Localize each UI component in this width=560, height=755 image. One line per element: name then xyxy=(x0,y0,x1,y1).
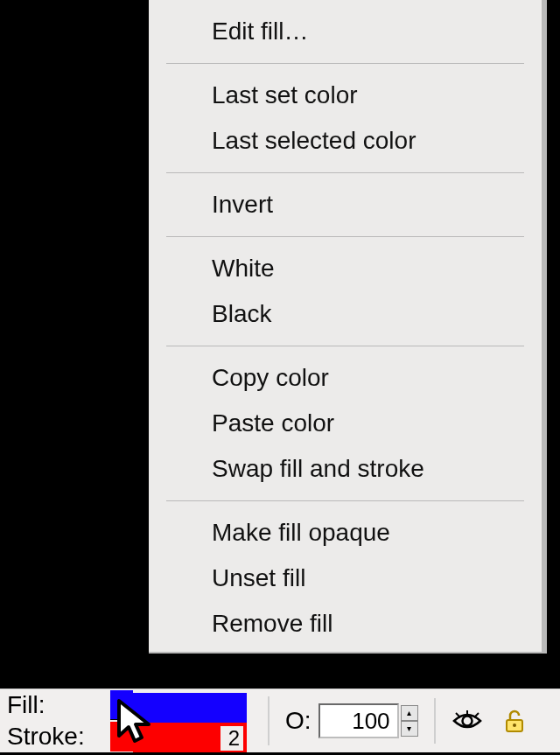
fill-stroke-bars: 2 xyxy=(133,689,247,752)
fill-swatch[interactable] xyxy=(110,690,133,720)
menu-item-last-selected-color[interactable]: Last selected color xyxy=(149,118,542,164)
opacity-label: O: xyxy=(285,707,312,735)
fill-stroke-indicator: Fill: Stroke: xyxy=(0,689,133,752)
fill-context-menu: Edit fill… Last set color Last selected … xyxy=(149,0,547,654)
opacity-group: O: ▴ ▾ xyxy=(268,689,418,752)
menu-separator xyxy=(166,346,524,346)
menu-item-copy-color[interactable]: Copy color xyxy=(149,355,542,401)
menu-separator xyxy=(166,500,524,501)
opacity-input[interactable] xyxy=(318,703,399,738)
menu-separator xyxy=(166,63,524,64)
menu-item-invert[interactable]: Invert xyxy=(149,182,542,227)
status-bar: Fill: Stroke: 2 O: ▴ ▾ xyxy=(0,689,560,755)
status-right-icons xyxy=(434,689,530,752)
menu-item-black[interactable]: Black xyxy=(149,291,542,337)
lock-open-icon xyxy=(501,708,528,734)
menu-item-unset-fill[interactable]: Unset fill xyxy=(149,556,542,601)
menu-separator xyxy=(166,172,524,173)
visibility-toggle-button[interactable] xyxy=(452,705,483,737)
menu-item-swap-fill-stroke[interactable]: Swap fill and stroke xyxy=(149,446,542,492)
menu-item-white[interactable]: White xyxy=(149,246,542,291)
svg-point-0 xyxy=(462,717,472,726)
svg-point-5 xyxy=(513,724,516,727)
menu-item-last-set-color[interactable]: Last set color xyxy=(149,73,542,118)
menu-item-paste-color[interactable]: Paste color xyxy=(149,401,542,446)
menu-item-remove-fill[interactable]: Remove fill xyxy=(149,601,542,647)
separator xyxy=(434,698,436,744)
menu-separator xyxy=(166,236,524,237)
lock-toggle-button[interactable] xyxy=(499,705,530,737)
menu-item-edit-fill[interactable]: Edit fill… xyxy=(149,9,542,54)
stroke-color-bar[interactable]: 2 xyxy=(133,723,247,752)
opacity-spinner: ▴ ▾ xyxy=(401,705,418,737)
menu-item-make-fill-opaque[interactable]: Make fill opaque xyxy=(149,510,542,556)
stroke-label: Stroke: xyxy=(5,723,110,751)
fill-color-bar[interactable] xyxy=(133,693,247,723)
opacity-spin-down[interactable]: ▾ xyxy=(401,721,418,737)
opacity-spin-up[interactable]: ▴ xyxy=(401,705,418,721)
stroke-width-value[interactable]: 2 xyxy=(220,726,243,751)
separator xyxy=(268,696,270,745)
eye-icon xyxy=(452,710,482,731)
stroke-swatch[interactable] xyxy=(110,722,133,752)
fill-label: Fill: xyxy=(5,691,110,719)
